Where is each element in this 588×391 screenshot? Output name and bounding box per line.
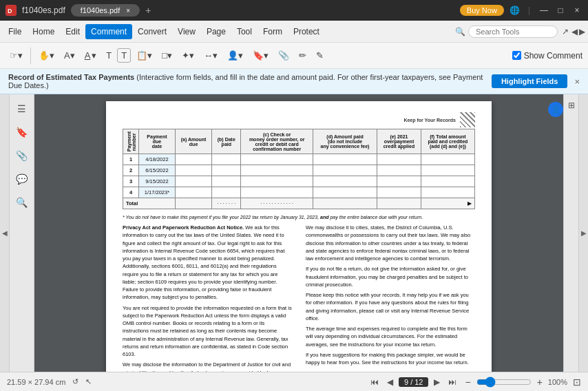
row-3-c[interactable] [241, 176, 313, 187]
sidebar-search-icon[interactable]: 🔍 [13, 193, 31, 211]
menu-file[interactable]: File [3, 24, 27, 39]
row-2-f[interactable] [421, 165, 474, 176]
pdf-page: Keep for Your Records Paymentnumber Paym… [106, 101, 492, 372]
shape-tool-button[interactable]: □▾ [158, 47, 176, 63]
next-page-button[interactable]: ▶ [431, 376, 443, 388]
sidebar-bookmark-icon[interactable]: 🔖 [13, 123, 31, 141]
fit-page-button[interactable]: ⊡ [573, 377, 581, 388]
row-3-f[interactable] [421, 176, 474, 187]
svg-text:D: D [8, 8, 12, 14]
row-3-d[interactable] [313, 176, 377, 187]
tab-active[interactable]: f1040es.pdf × [71, 4, 140, 17]
external-link-icon[interactable]: ↗ [562, 27, 569, 36]
sidebar-pages-icon[interactable]: ☰ [13, 100, 31, 118]
menu-home[interactable]: Home [27, 24, 60, 39]
markup-tool-button[interactable]: ↔▾ [200, 47, 222, 63]
text-comment-button[interactable]: T [102, 47, 116, 63]
row-1-a[interactable] [175, 154, 211, 165]
row-4-b[interactable] [212, 187, 241, 198]
total-a[interactable] [175, 198, 211, 209]
stamp-tool-button[interactable]: 📋▾ [132, 47, 156, 63]
table-overpayment-header: (e) 2021overpaymentcredit applied [377, 129, 421, 154]
row-4-e[interactable] [377, 187, 421, 198]
row-1-d[interactable] [313, 154, 377, 165]
total-arrow: ▶ [421, 198, 474, 209]
draw-button[interactable]: ✏ [295, 47, 311, 63]
row-4-f[interactable] [421, 187, 474, 198]
back-icon[interactable]: ◀ [571, 27, 578, 36]
row-2-b[interactable] [212, 165, 241, 176]
first-page-button[interactable]: ⏮ [368, 376, 381, 388]
left-sidebar-collapse[interactable]: ◀ [0, 94, 10, 372]
menu-comment[interactable]: Comment [85, 24, 132, 39]
total-c[interactable]: · · · · · · · · · · · · [241, 198, 313, 209]
menu-edit[interactable]: Edit [60, 24, 85, 39]
menu-page[interactable]: Page [201, 24, 231, 39]
forward-icon[interactable]: ▶ [579, 27, 585, 36]
table-row: 4 1/17/2023* [123, 187, 475, 198]
maximize-button[interactable]: □ [555, 6, 566, 15]
rotate-icon[interactable]: ↺ [72, 377, 78, 386]
zoom-out-button[interactable]: − [465, 377, 470, 388]
row-1-date[interactable]: 4/18/2022 [139, 154, 176, 165]
row-3-b[interactable] [212, 176, 241, 187]
minimize-button[interactable]: — [538, 6, 549, 15]
show-comment-toggle[interactable]: Show Comment [512, 51, 582, 61]
row-3-date[interactable]: 9/15/2022 [139, 176, 176, 187]
row-4-c[interactable] [241, 187, 313, 198]
table-amount-due-header: (a) Amountdue [175, 129, 211, 154]
menu-form[interactable]: Form [258, 24, 288, 39]
bookmark-tool-button[interactable]: 🔖▾ [249, 47, 273, 63]
row-2-c[interactable] [241, 165, 313, 176]
sidebar-comment-icon[interactable]: 💬 [13, 170, 31, 188]
sidebar-attachment-icon[interactable]: 📎 [13, 147, 31, 165]
eraser-button[interactable]: ✎ [312, 47, 328, 63]
row-3-e[interactable] [377, 176, 421, 187]
row-4-a[interactable] [175, 187, 211, 198]
row-4-d[interactable] [313, 187, 377, 198]
section-title: Privacy Act and Paperwork Reduction Act … [123, 224, 244, 231]
menu-tool[interactable]: Tool [231, 24, 258, 39]
zoom-slider[interactable] [476, 377, 532, 388]
row-1-c[interactable] [241, 154, 313, 165]
menu-convert[interactable]: Convert [132, 24, 172, 39]
row-2-e[interactable] [377, 165, 421, 176]
row-1-b[interactable] [212, 154, 241, 165]
select-tool-button[interactable]: ☞▾ [6, 47, 27, 63]
row-3-a[interactable] [175, 176, 211, 187]
row-2-date[interactable]: 6/15/2022 [139, 165, 176, 176]
menu-view[interactable]: View [172, 24, 201, 39]
zoom-in-button[interactable]: + [537, 377, 543, 388]
total-b[interactable]: · · · · · · · [212, 198, 241, 209]
text-box-button[interactable]: T [117, 48, 131, 63]
show-comment-checkbox[interactable] [512, 51, 521, 60]
new-tab-button[interactable]: + [145, 5, 151, 16]
total-d[interactable] [313, 198, 377, 209]
last-page-button[interactable]: ⏭ [445, 376, 459, 388]
highlight-fields-button[interactable]: Highlight Fields [492, 74, 568, 88]
menu-protect[interactable]: Protect [288, 24, 325, 39]
right-sidebar-expand[interactable]: ▶ [578, 94, 588, 372]
row-1-f[interactable] [421, 154, 474, 165]
search-input[interactable] [468, 25, 558, 38]
notification-close-icon[interactable]: × [574, 76, 580, 87]
row-2-d[interactable] [313, 165, 377, 176]
measure-tool-button[interactable]: ✦▾ [178, 47, 198, 63]
tab-close-icon[interactable]: × [126, 7, 130, 14]
close-button[interactable]: × [571, 6, 582, 15]
user-avatar[interactable]: 👤 [548, 102, 563, 117]
underline-tool-button[interactable]: A▾ [81, 47, 101, 63]
cursor-icon[interactable]: ↖ [85, 377, 92, 386]
row-4-date[interactable]: 1/17/2023* [139, 187, 176, 198]
notification-text: Record of Estimated Tax Payments (Intera… [8, 73, 492, 89]
right-sidebar-icon-1[interactable]: ⊞ [566, 100, 577, 111]
row-2-a[interactable] [175, 165, 211, 176]
signature-button[interactable]: 👤▾ [223, 47, 247, 63]
highlight-tool-button[interactable]: A▾ [60, 47, 79, 63]
row-1-e[interactable] [377, 154, 421, 165]
buy-now-button[interactable]: Buy Now [460, 5, 504, 16]
prev-page-button[interactable]: ◀ [384, 376, 396, 388]
total-e[interactable] [377, 198, 421, 209]
attach-button[interactable]: 📎 [274, 47, 293, 63]
hand-tool-button[interactable]: ✋▾ [34, 47, 59, 63]
